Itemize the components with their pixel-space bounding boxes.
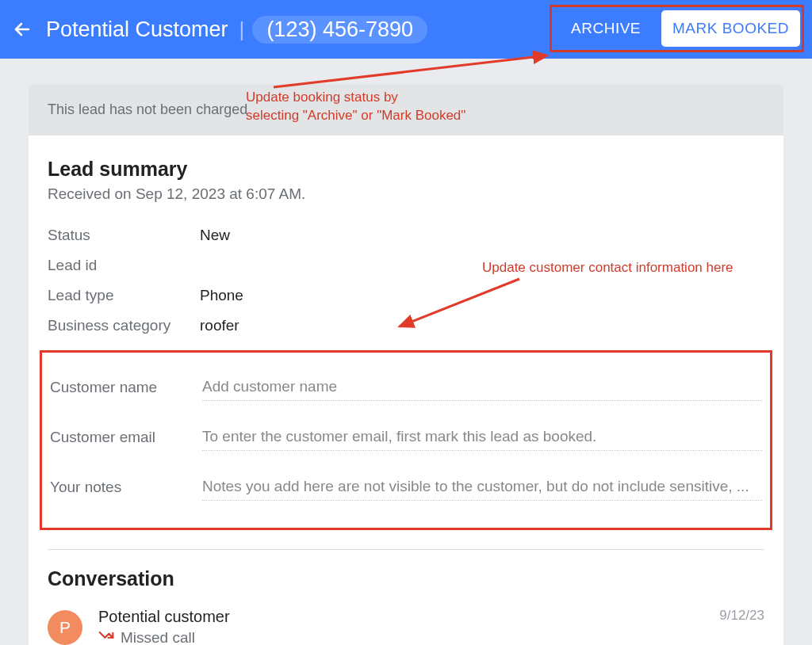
charge-banner: This lead has not been charged (29, 84, 783, 135)
customer-name-label: Customer name (50, 379, 202, 396)
customer-email-input[interactable] (202, 423, 762, 451)
leadid-row: Lead id (48, 250, 764, 281)
conversation-section: Conversation P Potential customer Missed… (48, 549, 764, 645)
customer-email-row: Customer email (50, 412, 762, 462)
app-header: Potential Customer | (123) 456-7890 ARCH… (0, 0, 812, 59)
customer-name-row: Customer name (50, 362, 762, 412)
category-value: roofer (200, 317, 239, 334)
leadtype-value: Phone (200, 287, 243, 304)
conversation-title: Conversation (48, 567, 764, 590)
leadtype-row: Lead type Phone (48, 281, 764, 311)
archive-button[interactable]: ARCHIVE (553, 10, 658, 47)
category-label: Business category (48, 317, 200, 334)
status-value: New (200, 227, 230, 244)
page-title: Potential Customer (46, 17, 228, 42)
conversation-status: Missed call (121, 629, 195, 645)
notes-row: Your notes (50, 462, 762, 512)
lead-card: Lead summary Received on Sep 12, 2023 at… (29, 135, 783, 645)
leadtype-label: Lead type (48, 287, 200, 304)
title-divider: | (239, 17, 245, 42)
content-area: This lead has not been charged Lead summ… (0, 59, 812, 645)
category-row: Business category roofer (48, 311, 764, 341)
customer-name-input[interactable] (202, 373, 762, 401)
conversation-name: Potential customer (98, 608, 764, 626)
action-buttons-highlight: ARCHIVE MARK BOOKED (550, 5, 804, 52)
customer-email-label: Customer email (50, 429, 202, 446)
status-row: Status New (48, 220, 764, 250)
mark-booked-button[interactable]: MARK BOOKED (661, 10, 800, 47)
back-arrow-icon[interactable] (13, 20, 32, 39)
lead-summary-title: Lead summary (48, 158, 764, 181)
status-label: Status (48, 227, 200, 244)
avatar: P (48, 610, 82, 645)
missed-call-icon (98, 631, 114, 645)
conversation-sub: Missed call (98, 629, 764, 645)
customer-form-highlight: Customer name Customer email Your notes (40, 350, 772, 530)
conversation-body: Potential customer Missed call (98, 608, 764, 645)
received-text: Received on Sep 12, 2023 at 6:07 AM. (48, 185, 764, 203)
phone-pill[interactable]: (123) 456-7890 (252, 16, 427, 44)
conversation-date: 9/12/23 (719, 608, 764, 624)
leadid-label: Lead id (48, 257, 200, 274)
notes-label: Your notes (50, 479, 202, 496)
notes-input[interactable] (202, 473, 762, 501)
conversation-row[interactable]: P Potential customer Missed call 9/12/23 (48, 608, 764, 645)
